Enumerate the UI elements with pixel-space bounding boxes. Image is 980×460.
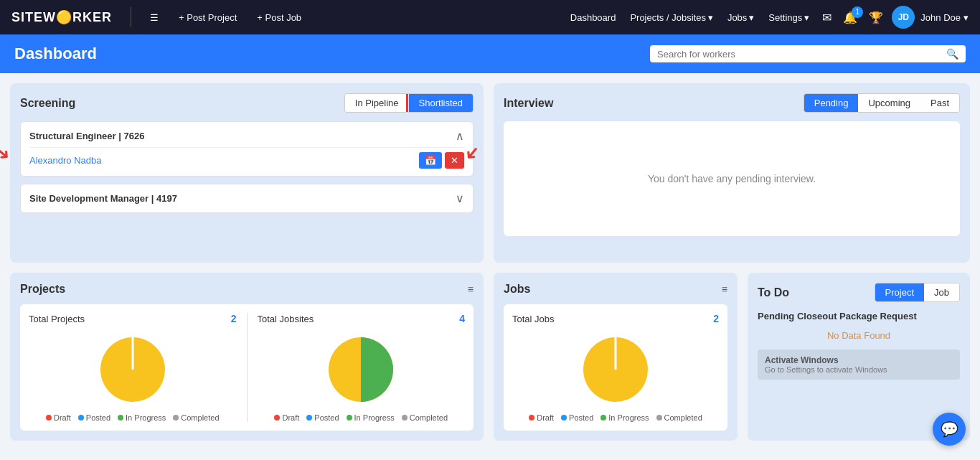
posted-dot (78, 415, 84, 421)
total-projects-block: Total Projects 2 Draft (29, 313, 237, 422)
chevron-down-icon: ▾ (708, 12, 713, 23)
jobs-header: Jobs ≡ (504, 283, 727, 296)
projects-title-row: Projects ≡ (20, 283, 473, 296)
todo-tabs: Project Job (875, 283, 960, 302)
todo-section-title: Pending Closeout Package Request (758, 311, 960, 321)
interview-empty-message: You don't have any pending interview. (504, 121, 960, 236)
legend-draft: Draft (529, 413, 554, 422)
user-menu[interactable]: John Doe ▾ (920, 12, 969, 23)
posted-dot (561, 415, 567, 421)
mail-button[interactable]: ✉ (819, 8, 834, 27)
projects-pie-chart (93, 330, 172, 409)
legend-completed: Completed (402, 413, 448, 422)
search-input[interactable] (657, 49, 942, 60)
screening-title: Screening (20, 97, 344, 110)
topnav-right: Dashboard Projects / Jobsites ▾ Jobs ▾ S… (566, 6, 969, 29)
total-projects-count: 2 (231, 313, 237, 324)
total-jobsites-count: 4 (459, 313, 465, 324)
screening-tabs: In Pipeline Shortlisted (344, 93, 473, 113)
completed-dot (656, 415, 662, 421)
legend-draft: Draft (46, 413, 71, 422)
nav-divider (131, 7, 131, 27)
total-jobsites-label: Total Jobsites (258, 314, 314, 324)
tab-job[interactable]: Job (924, 283, 959, 301)
projects-legend: Draft Posted In Progress (46, 413, 220, 422)
total-projects-header: Total Projects 2 (29, 313, 237, 324)
tab-shortlisted[interactable]: Shortlisted (409, 94, 473, 112)
projects-pie-container: Draft Posted In Progress (46, 330, 220, 422)
legend-in-progress: In Progress (347, 413, 395, 422)
draft-dot (274, 415, 280, 421)
activate-subtitle: Go to Settings to activate Windows (765, 365, 953, 374)
legend-completed: Completed (173, 413, 219, 422)
list-icon: ≡ (468, 283, 473, 295)
bottom-row: Projects ≡ Total Projects 2 (10, 273, 970, 441)
screening-panel: Screening In Pipeline Shortlisted ➜ ➜ St… (10, 83, 484, 263)
avatar[interactable]: JD (892, 6, 915, 29)
jobs-pie-chart (576, 330, 655, 409)
jobsites-legend: Draft Posted In Progress (274, 413, 448, 422)
logo-o: 🟡 (56, 10, 72, 24)
search-icon: 🔍 (946, 48, 958, 60)
hamburger-icon: ☰ (150, 12, 159, 23)
nav-dashboard[interactable]: Dashboard (566, 9, 621, 26)
tab-upcoming[interactable]: Upcoming (858, 94, 920, 112)
legend-in-progress: In Progress (118, 413, 166, 422)
screening-item-title: Structural Engineer | 7626 (29, 131, 144, 141)
todo-panel: To Do Project Job Pending Closeout Packa… (748, 273, 970, 441)
candidate-name[interactable]: Alexandro Nadba (29, 155, 101, 166)
search-box: 🔍 (650, 45, 966, 62)
completed-dot (402, 415, 407, 421)
todo-title: To Do (758, 286, 875, 299)
chevron-down-icon: ▾ (963, 12, 969, 23)
nav-jobs[interactable]: Jobs ▾ (723, 9, 758, 26)
hamburger-menu[interactable]: ☰ (144, 9, 164, 26)
notification-button[interactable]: 🔔 1 (840, 8, 860, 27)
projects-grid: Total Projects 2 Draft (20, 304, 473, 431)
post-job-button[interactable]: + Post Job (251, 9, 307, 26)
trophy-button[interactable]: 🏆 (866, 8, 886, 27)
total-jobs-count: 2 (713, 313, 719, 324)
posted-dot (306, 415, 312, 421)
candidate-row: Alexandro Nadba 📅 ✕ (29, 147, 464, 169)
top-row: Screening In Pipeline Shortlisted ➜ ➜ St… (10, 83, 970, 263)
chevron-down-icon: ▾ (804, 12, 809, 23)
screening-item: Site Development Manager | 4197 ∨ (20, 184, 473, 213)
collapse-button[interactable]: ∧ (456, 129, 464, 143)
todo-header: To Do Project Job (758, 283, 960, 302)
tab-past[interactable]: Past (920, 94, 959, 112)
todo-no-data: No Data Found (758, 330, 960, 341)
jobs-inner: Total Jobs 2 Draft (504, 304, 727, 431)
main-content: Screening In Pipeline Shortlisted ➜ ➜ St… (0, 73, 980, 451)
total-jobs-header: Total Jobs 2 (512, 313, 719, 324)
topnav: SITEW🟡RKER ☰ + Post Project + Post Job D… (0, 0, 980, 34)
tab-pending[interactable]: Pending (804, 94, 859, 112)
interview-header: Interview Pending Upcoming Past (504, 93, 960, 113)
todo-content: Pending Closeout Package Request No Data… (758, 311, 960, 380)
logo: SITEW🟡RKER (11, 9, 112, 25)
total-jobsites-block: Total Jobsites 4 Dr (258, 313, 466, 422)
jobs-title-row: Jobs ≡ (504, 283, 727, 296)
legend-draft: Draft (274, 413, 299, 422)
tab-project[interactable]: Project (875, 283, 924, 301)
nav-settings[interactable]: Settings ▾ (764, 9, 814, 26)
tab-in-pipeline[interactable]: In Pipeline (345, 94, 409, 112)
in-progress-dot (600, 415, 606, 421)
screening-header: Screening In Pipeline Shortlisted (20, 93, 473, 113)
nav-projects-jobsites[interactable]: Projects / Jobsites ▾ (626, 9, 717, 26)
stat-divider (247, 313, 248, 422)
screening-item: ➜ ➜ Structural Engineer | 7626 ∧ Alexand… (20, 121, 473, 177)
total-jobs-label: Total Jobs (512, 314, 555, 324)
jobs-title: Jobs (504, 283, 717, 296)
jobsites-pie-container: Draft Posted In Progress (274, 330, 448, 422)
chat-button[interactable]: 💬 (933, 413, 966, 446)
jobs-panel: Jobs ≡ Total Jobs 2 (494, 273, 738, 441)
legend-posted: Posted (561, 413, 593, 422)
expand-button[interactable]: ∨ (456, 192, 464, 205)
notification-badge: 1 (852, 6, 863, 18)
projects-title: Projects (20, 283, 463, 296)
schedule-button[interactable]: 📅 (419, 152, 442, 169)
legend-completed: Completed (656, 413, 702, 422)
action-buttons: 📅 ✕ (419, 152, 464, 169)
post-project-button[interactable]: + Post Project (173, 9, 242, 26)
